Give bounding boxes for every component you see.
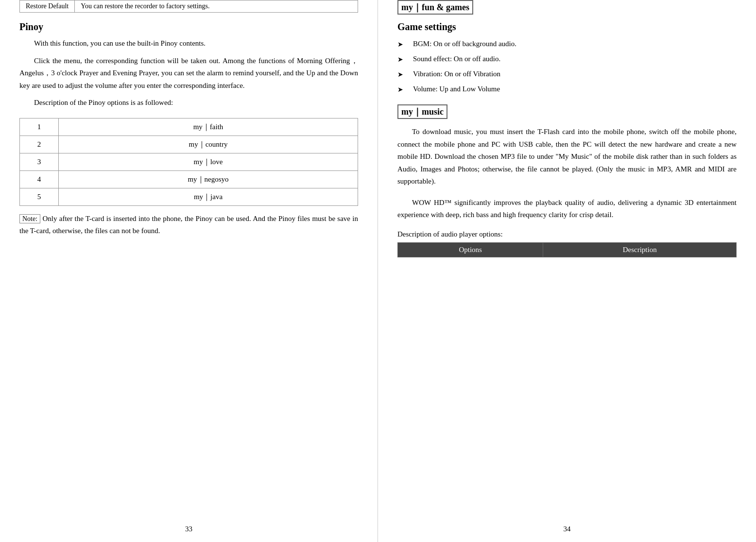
table-row-label: my｜java bbox=[59, 188, 358, 205]
note-text: Only after the T-card is inserted into t… bbox=[19, 215, 358, 235]
list-item: ➤Volume: Up and Low Volume bbox=[397, 84, 737, 95]
table-header-cell: Options bbox=[398, 242, 543, 257]
table-header-cell: Description bbox=[543, 242, 737, 257]
left-page: Restore Default You can restore the reco… bbox=[0, 0, 378, 542]
table-row-num: 3 bbox=[20, 153, 59, 170]
pinoy-para2: Click the menu, the corresponding functi… bbox=[19, 55, 358, 92]
list-item: ➤Vibration: On or off Vibration bbox=[397, 68, 737, 80]
note-label: Note: bbox=[19, 214, 40, 223]
table-row-label: my｜faith bbox=[59, 118, 358, 136]
note-paragraph: Note: Only after the T-card is inserted … bbox=[19, 213, 358, 237]
right-page-number: 34 bbox=[564, 525, 571, 533]
pinoy-table: 1my｜faith2my｜country3my｜love4my｜negosyo5… bbox=[19, 118, 358, 206]
fun-games-title: my｜fun & games bbox=[397, 0, 473, 15]
restore-bar: Restore Default You can restore the reco… bbox=[19, 0, 358, 13]
table-row-label: my｜love bbox=[59, 153, 358, 170]
bullet-text: Volume: Up and Low Volume bbox=[413, 84, 500, 95]
audio-options-table: OptionsDescription bbox=[397, 242, 737, 257]
restore-default-button[interactable]: Restore Default bbox=[20, 0, 75, 12]
music-para2: WOW HD™ significantly improves the playb… bbox=[397, 197, 737, 221]
list-item: ➤BGM: On or off background audio. bbox=[397, 38, 737, 50]
table-row-num: 2 bbox=[20, 136, 59, 153]
audio-desc-label: Description of audio player options: bbox=[397, 230, 737, 238]
game-settings-title: Game settings bbox=[397, 21, 737, 33]
table-row-num: 1 bbox=[20, 118, 59, 136]
pinoy-para3: Description of the Pinoy options is as f… bbox=[19, 97, 358, 109]
game-settings-list: ➤BGM: On or off background audio.➤Sound … bbox=[397, 38, 737, 95]
bullet-arrow-icon: ➤ bbox=[397, 85, 405, 95]
pinoy-para1: With this function, you can use the buil… bbox=[19, 37, 358, 50]
bullet-arrow-icon: ➤ bbox=[397, 39, 405, 50]
bullet-arrow-icon: ➤ bbox=[397, 69, 405, 80]
music-para1: To download music, you must insert the T… bbox=[397, 126, 737, 188]
restore-description: You can restore the recorder to factory … bbox=[75, 0, 358, 12]
music-title: my｜music bbox=[397, 104, 447, 119]
table-row-label: my｜country bbox=[59, 136, 358, 153]
table-row-num: 4 bbox=[20, 170, 59, 188]
table-row-num: 5 bbox=[20, 188, 59, 205]
bullet-arrow-icon: ➤ bbox=[397, 54, 405, 65]
bullet-text: Sound effect: On or off audio. bbox=[413, 53, 500, 65]
right-page: my｜fun & games Game settings ➤BGM: On or… bbox=[378, 0, 756, 542]
bullet-text: BGM: On or off background audio. bbox=[413, 38, 516, 50]
bullet-text: Vibration: On or off Vibration bbox=[413, 68, 500, 80]
list-item: ➤Sound effect: On or off audio. bbox=[397, 53, 737, 65]
pinoy-title: Pinoy bbox=[19, 21, 358, 33]
left-page-number: 33 bbox=[185, 525, 192, 533]
table-row-label: my｜negosyo bbox=[59, 170, 358, 188]
